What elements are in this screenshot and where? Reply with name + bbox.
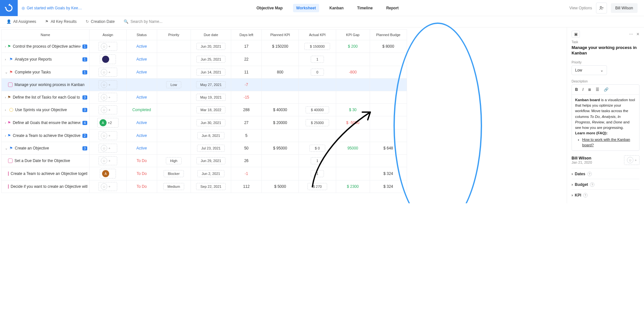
actual-kpi-chip[interactable]: $ 40000 bbox=[306, 106, 329, 113]
cell-status[interactable]: Active bbox=[127, 91, 157, 104]
bold-icon[interactable]: B bbox=[575, 87, 578, 92]
date-chip[interactable]: Jun 14, 2021 bbox=[196, 69, 225, 76]
tab-report[interactable]: Report bbox=[383, 4, 402, 12]
cell-assign[interactable]: A bbox=[89, 167, 126, 180]
cell-actual-kpi[interactable]: 1 bbox=[299, 53, 336, 66]
cell-status[interactable]: Completed bbox=[127, 104, 157, 116]
col-status[interactable]: Status bbox=[127, 30, 157, 40]
cell-name[interactable]: ⌄⚑Complete your Tasks1 bbox=[2, 66, 90, 79]
italic-icon[interactable]: I bbox=[582, 87, 583, 92]
cell-priority[interactable] bbox=[157, 116, 191, 130]
date-chip[interactable]: Jun 20, 2021 bbox=[196, 43, 225, 50]
assign-button[interactable]: ☺+ bbox=[99, 93, 117, 102]
cell-name[interactable]: Create a Team to achieve an Objective to… bbox=[2, 167, 90, 180]
cell-name[interactable]: ›⚑Create a Team to achieve the Objective… bbox=[2, 130, 90, 142]
actual-kpi-chip[interactable]: 1 bbox=[311, 56, 324, 63]
actual-kpi-chip[interactable]: $ 25000 bbox=[306, 119, 329, 126]
filter-creation-date[interactable]: ↻ Creation Date bbox=[86, 19, 115, 24]
chevron-right-icon[interactable]: › bbox=[5, 108, 8, 112]
actual-kpi-chip[interactable]: $ 150000 bbox=[304, 43, 330, 50]
chevron-down-icon[interactable]: ⌄ bbox=[5, 70, 8, 74]
cell-actual-kpi[interactable]: $ 40000 bbox=[299, 104, 336, 116]
priority-chip[interactable]: Low bbox=[166, 81, 181, 88]
section-budget[interactable]: › Budget ? bbox=[572, 179, 639, 189]
panel-assign-button[interactable]: ☺ + bbox=[624, 155, 639, 165]
cell-status[interactable]: Active bbox=[127, 130, 157, 142]
date-chip[interactable]: May 19, 2021 bbox=[196, 94, 226, 101]
cell-due-date[interactable]: Jun 8, 2021 bbox=[191, 130, 231, 142]
cell-name[interactable]: ›⚑Define all Goals that ensure the achie… bbox=[2, 116, 90, 130]
table-row[interactable]: Manage your working process in Kanban☺+L… bbox=[2, 79, 407, 91]
cell-status[interactable] bbox=[127, 79, 157, 91]
description-body[interactable]: Kanban board is a visualization tool tha… bbox=[572, 95, 639, 150]
actual-kpi-chip[interactable]: 1 bbox=[311, 157, 324, 164]
date-chip[interactable]: May 27, 2021 bbox=[196, 81, 226, 88]
tab-timeline[interactable]: Timeline bbox=[354, 4, 376, 12]
tab-worksheet[interactable]: Worksheet bbox=[293, 4, 319, 12]
col-name[interactable]: Name bbox=[2, 30, 90, 40]
cell-assign[interactable]: ☺+ bbox=[89, 66, 126, 79]
assign-button[interactable]: A bbox=[100, 169, 116, 178]
cell-due-date[interactable]: Jun 29, 2021 bbox=[191, 155, 231, 167]
cell-priority[interactable]: Low bbox=[157, 79, 191, 91]
link-icon[interactable]: 🔗 bbox=[604, 87, 609, 92]
priority-select[interactable]: Low ⌄ bbox=[572, 65, 607, 75]
cell-actual-kpi[interactable]: $ 0 bbox=[299, 142, 336, 155]
bullet-list-icon[interactable]: ≣ bbox=[588, 87, 591, 92]
col-kpi-gap[interactable]: KPI Gap bbox=[336, 30, 370, 40]
date-chip[interactable]: Jun 8, 2021 bbox=[197, 132, 224, 139]
chevron-right-icon[interactable]: › bbox=[5, 121, 6, 125]
date-chip[interactable]: Jun 30, 2021 bbox=[196, 119, 225, 126]
cell-actual-kpi[interactable]: 1 bbox=[299, 167, 336, 180]
chevron-right-icon[interactable]: › bbox=[5, 57, 8, 61]
desc-link[interactable]: How to work with the Kanban board? bbox=[582, 138, 630, 147]
cell-assign[interactable]: ☺+ bbox=[89, 155, 126, 167]
assign-button[interactable]: ☺+ bbox=[99, 131, 117, 140]
actual-kpi-chip[interactable]: 0 bbox=[311, 69, 324, 76]
cell-priority[interactable] bbox=[157, 142, 191, 155]
cell-assign[interactable]: ☺+ bbox=[89, 180, 126, 193]
cell-due-date[interactable]: Sep 22, 2021 bbox=[191, 180, 231, 193]
cell-status[interactable]: Active bbox=[127, 66, 157, 79]
cell-actual-kpi[interactable]: $ 270 bbox=[299, 180, 336, 193]
col-actual-kpi[interactable]: Actual KPI bbox=[299, 30, 336, 40]
more-icon[interactable]: ⋯ bbox=[629, 32, 633, 36]
cell-status[interactable]: Active bbox=[127, 53, 157, 66]
date-chip[interactable]: Sep 22, 2021 bbox=[196, 183, 225, 190]
table-row[interactable]: ›Use Sprints via your Objective3☺+Comple… bbox=[2, 104, 407, 116]
cell-priority[interactable] bbox=[157, 91, 191, 104]
current-user-button[interactable]: Bill Wilson bbox=[611, 3, 638, 13]
date-chip[interactable]: Jun 29, 2021 bbox=[196, 157, 225, 164]
cell-due-date[interactable]: Mar 18, 2022 bbox=[191, 104, 231, 116]
date-chip[interactable]: Mar 18, 2022 bbox=[196, 106, 226, 113]
cell-priority[interactable]: High bbox=[157, 155, 191, 167]
cell-name[interactable]: ›⚑Control the process of Objective achie… bbox=[2, 40, 90, 53]
close-icon[interactable]: ✕ bbox=[636, 32, 639, 36]
date-chip[interactable]: Jun 2, 2021 bbox=[197, 170, 224, 177]
cell-actual-kpi[interactable]: $ 25000 bbox=[299, 116, 336, 130]
cell-actual-kpi[interactable] bbox=[299, 79, 336, 91]
tab-kanban[interactable]: Kanban bbox=[326, 4, 347, 12]
cell-assign[interactable]: A+2 bbox=[89, 116, 126, 130]
cell-name[interactable]: ›⚑Analyze your Reports1 bbox=[2, 53, 90, 66]
priority-chip[interactable]: High bbox=[166, 157, 182, 164]
table-row[interactable]: ›⚑Analyze your Reports1ActiveJun 25, 202… bbox=[2, 53, 407, 66]
cell-assign[interactable]: ☺+ bbox=[89, 104, 126, 116]
cell-priority[interactable] bbox=[157, 104, 191, 116]
cell-due-date[interactable]: May 19, 2021 bbox=[191, 91, 231, 104]
description-editor[interactable]: B I ≣ ☰ 🔗 Kanban board is a visualizatio… bbox=[572, 84, 639, 151]
col-assign[interactable]: Assign bbox=[89, 30, 126, 40]
cell-name[interactable]: ›Use Sprints via your Objective3 bbox=[2, 104, 90, 116]
help-icon[interactable]: ? bbox=[583, 193, 588, 197]
tab-objective-map[interactable]: Objective Map bbox=[253, 4, 286, 12]
breadcrumb[interactable]: ◎ Get started with Goals by Kee… bbox=[18, 0, 86, 16]
cell-actual-kpi[interactable]: 1 bbox=[299, 155, 336, 167]
col-duedate[interactable]: Due date bbox=[191, 30, 231, 40]
archive-icon[interactable]: ▣ bbox=[572, 31, 580, 38]
date-chip[interactable]: Jun 25, 2021 bbox=[196, 56, 225, 63]
cell-priority[interactable]: Medium bbox=[157, 180, 191, 193]
panel-title[interactable]: Manage your working process in Kanban bbox=[572, 45, 639, 56]
table-row[interactable]: Set a Due Date for the Objective☺+To DoH… bbox=[2, 155, 407, 167]
chevron-right-icon[interactable]: › bbox=[5, 134, 6, 138]
col-daysleft[interactable]: Days left bbox=[231, 30, 261, 40]
